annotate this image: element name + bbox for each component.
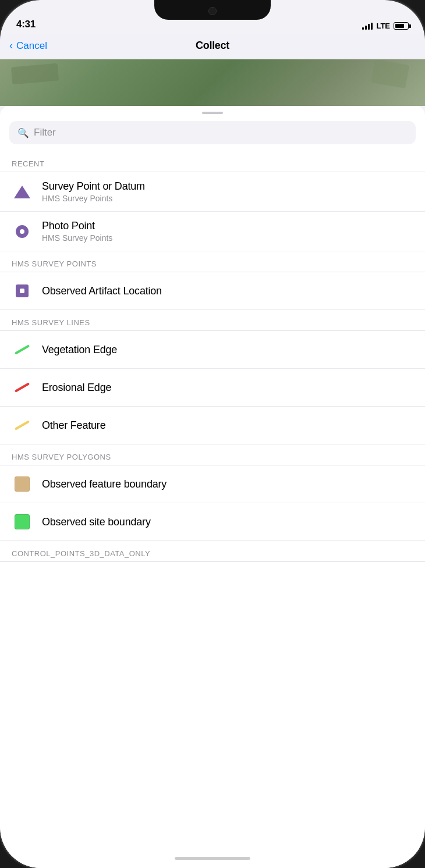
item-title-erosional-edge: Erosional Edge bbox=[42, 382, 111, 394]
search-container: 🔍 Filter bbox=[0, 121, 425, 151]
back-chevron-icon: ‹ bbox=[9, 40, 13, 52]
cancel-button[interactable]: ‹ Cancel bbox=[9, 40, 47, 52]
sheet-handle bbox=[202, 112, 223, 114]
status-bar: 4:31 LTE bbox=[0, 0, 425, 34]
item-title-other-feature: Other Feature bbox=[42, 419, 105, 432]
camera-notch bbox=[208, 7, 217, 15]
square-green-icon bbox=[15, 514, 30, 529]
list-item-photo-point[interactable]: Photo Point HMS Survey Points bbox=[0, 212, 425, 251]
bottom-sheet: 🔍 Filter RECENT Survey Point or Datum HM… bbox=[0, 106, 425, 868]
section-header-recent: RECENT bbox=[0, 151, 425, 172]
search-bar[interactable]: 🔍 Filter bbox=[9, 121, 416, 144]
cancel-label[interactable]: Cancel bbox=[16, 40, 47, 52]
list-item-observed-feature-boundary[interactable]: Observed feature boundary bbox=[0, 465, 425, 503]
signal-bar-3 bbox=[368, 24, 370, 30]
item-icon-observed-artifact bbox=[12, 280, 33, 301]
status-icons: LTE bbox=[362, 22, 409, 30]
list-item-erosional-edge[interactable]: Erosional Edge bbox=[0, 369, 425, 407]
item-title-observed-feature-boundary: Observed feature boundary bbox=[42, 478, 167, 490]
section-header-hms-polygons: HMS SURVEY POLYGONS bbox=[0, 444, 425, 465]
list-item-observed-artifact[interactable]: Observed Artifact Location bbox=[0, 272, 425, 310]
line-green-icon bbox=[15, 344, 30, 354]
line-yellow-icon bbox=[15, 420, 30, 430]
item-subtitle-survey-point: HMS Survey Points bbox=[42, 194, 145, 203]
list-container[interactable]: RECENT Survey Point or Datum HMS Survey … bbox=[0, 151, 425, 848]
square-purple-icon bbox=[16, 284, 29, 297]
item-subtitle-photo-point: HMS Survey Points bbox=[42, 233, 112, 243]
item-title-survey-point: Survey Point or Datum bbox=[42, 180, 145, 193]
circle-purple-icon bbox=[16, 225, 29, 238]
line-red-icon bbox=[15, 382, 30, 392]
section-header-control-points: CONTROL_POINTS_3D_DATA_ONLY bbox=[0, 541, 425, 562]
item-text-observed-feature-boundary: Observed feature boundary bbox=[42, 478, 167, 490]
item-icon-observed-site-boundary bbox=[12, 511, 33, 532]
phone-frame: 4:31 LTE ‹ Cancel Collect bbox=[0, 0, 425, 868]
signal-bar-2 bbox=[365, 26, 367, 30]
signal-bars bbox=[362, 23, 373, 30]
item-icon-observed-feature-boundary bbox=[12, 474, 33, 495]
item-text-observed-site-boundary: Observed site boundary bbox=[42, 516, 151, 528]
search-placeholder: Filter bbox=[34, 127, 56, 138]
item-title-vegetation-edge: Vegetation Edge bbox=[42, 344, 117, 356]
section-header-hms-lines: HMS SURVEY LINES bbox=[0, 310, 425, 331]
battery-fill bbox=[395, 24, 404, 28]
section-header-hms-points: HMS SURVEY POINTS bbox=[0, 251, 425, 272]
item-icon-erosional-edge bbox=[12, 377, 33, 398]
network-type: LTE bbox=[376, 22, 390, 30]
item-icon-other-feature bbox=[12, 415, 33, 436]
signal-bar-1 bbox=[362, 27, 364, 30]
item-text-erosional-edge: Erosional Edge bbox=[42, 382, 111, 394]
signal-bar-4 bbox=[371, 23, 373, 30]
item-text-survey-point: Survey Point or Datum HMS Survey Points bbox=[42, 180, 145, 203]
nav-bar: ‹ Cancel Collect bbox=[0, 34, 425, 59]
item-title-photo-point: Photo Point bbox=[42, 220, 112, 232]
page-title: Collect bbox=[196, 40, 229, 52]
item-text-vegetation-edge: Vegetation Edge bbox=[42, 344, 117, 356]
home-bar bbox=[175, 857, 250, 860]
list-item-observed-site-boundary[interactable]: Observed site boundary bbox=[0, 503, 425, 541]
item-icon-survey-point bbox=[12, 182, 33, 202]
square-tan-icon bbox=[15, 476, 30, 492]
search-icon: 🔍 bbox=[17, 127, 29, 138]
item-icon-photo-point bbox=[12, 221, 33, 242]
screen: 4:31 LTE ‹ Cancel Collect bbox=[0, 0, 425, 868]
status-time: 4:31 bbox=[16, 19, 36, 30]
item-title-observed-artifact: Observed Artifact Location bbox=[42, 285, 162, 297]
item-title-observed-site-boundary: Observed site boundary bbox=[42, 516, 151, 528]
list-item-other-feature[interactable]: Other Feature bbox=[0, 407, 425, 444]
item-text-other-feature: Other Feature bbox=[42, 419, 105, 432]
list-item-vegetation-edge[interactable]: Vegetation Edge bbox=[0, 331, 425, 369]
triangle-purple-icon bbox=[14, 186, 30, 198]
notch bbox=[154, 0, 271, 20]
map-preview bbox=[0, 59, 425, 106]
list-item-survey-point[interactable]: Survey Point or Datum HMS Survey Points bbox=[0, 172, 425, 212]
battery-icon bbox=[394, 22, 409, 30]
item-icon-vegetation-edge bbox=[12, 339, 33, 360]
item-text-observed-artifact: Observed Artifact Location bbox=[42, 285, 162, 297]
item-text-photo-point: Photo Point HMS Survey Points bbox=[42, 220, 112, 243]
home-indicator bbox=[0, 848, 425, 868]
